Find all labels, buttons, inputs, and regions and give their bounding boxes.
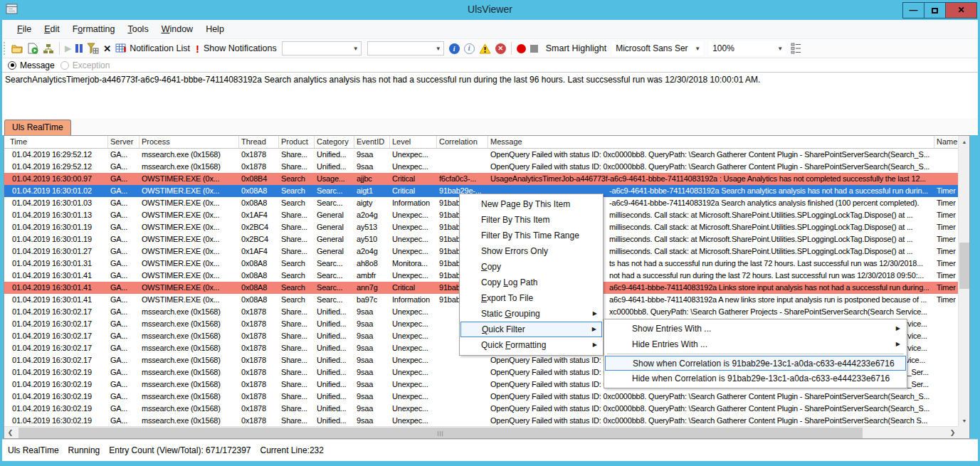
message-radio[interactable]: Message [8,60,55,70]
info-outline-button[interactable]: i [464,43,475,54]
submenu-item-show-when-correlation-is-91bab29e-13c1-a[interactable]: Show when Correlation is 91bab29e-13c1-a… [605,356,906,371]
cell-level: Unexpec... [390,354,437,366]
filter-combo-2[interactable]: ▼ [367,41,444,55]
minimize-button[interactable]: — [902,2,924,18]
context-menu-item-quick-filter[interactable]: Quick Filter▶ [460,322,602,337]
column-header-thread[interactable]: Thread [239,136,279,148]
cell-category: General [315,245,354,258]
cell-product: Share... [279,391,315,403]
cell-level: Unexpec... [390,318,437,330]
submenu-item-hide-entries-with[interactable]: Hide Entries With ...▶ [605,337,906,352]
submenu-item-hide-when-correlation-is-91bab29e-13c1-a[interactable]: Hide when Correlation is 91bab29e-13c1-a… [605,371,906,386]
column-header-process[interactable]: Process [139,136,239,148]
menu-tools[interactable]: Tools [121,21,154,37]
menu-edit[interactable]: Edit [38,21,66,37]
context-menu-item-export-to-file[interactable]: Export To File [460,290,602,306]
cell-product: Share... [279,221,315,233]
context-menu-item-quick-formatting[interactable]: Quick Formatting▶ [460,337,602,353]
column-header-time[interactable]: Time [4,136,108,148]
column-header-category[interactable]: Category [315,136,354,148]
cell-level: Unexpec... [390,330,437,342]
cell-product: Share... [279,161,315,173]
message-preview-box[interactable]: SearchAnalyticsTimerjob-a446773f-a6c9-46… [2,72,978,118]
cell-eventid: 9saa [354,318,390,330]
menu-formatting[interactable]: Formatting [66,21,122,37]
cell-thread: 0x1878 [239,149,279,161]
context-menu-item-static-grouping[interactable]: Static Grouping▶ [460,306,602,322]
menu-window[interactable]: Window [155,21,199,37]
column-header-product[interactable]: Product [279,136,315,148]
cell-server: GA... [108,366,139,378]
cell-server: GA... [108,330,139,342]
vertical-scroll-thumb[interactable] [959,243,969,289]
column-header-name[interactable]: Name [934,136,959,148]
scroll-up-icon[interactable]: ▲ [959,136,970,148]
cell-eventid: 9saa [354,366,390,378]
warning-button[interactable] [479,43,491,54]
table-row[interactable]: 01.04.2019 16:30:02.19GA...mssearch.exe … [4,391,959,403]
cell-eventid: 9saa [354,378,390,391]
scroll-right-icon[interactable]: ❯ [947,427,959,439]
column-header-corr[interactable]: Correlation [437,136,488,148]
resume-button[interactable]: ▶ [65,43,71,53]
zoom-combo[interactable]: 100%▼ [709,41,786,55]
cell-level: Unexpec... [390,149,437,161]
table-row[interactable]: 01.04.2019 16:30:00.97GA...OWSTIMER.EXE … [4,173,959,185]
scroll-down-icon[interactable]: ▼ [959,415,970,427]
filter-combo-1[interactable]: ▼ [282,41,362,55]
cell-msg: OpenQuery Failed with status ID: 0xc0000… [488,391,934,403]
context-menu-item-copy-log-path[interactable]: Copy Log Path [460,275,602,290]
cell-category: Unified... [315,342,354,354]
cell-name: Timer ... [934,197,959,209]
table-row[interactable]: 01.04.2019 16:29:52.12GA...mssearch.exe … [4,161,959,173]
tab-uls-realtime[interactable]: Uls RealTime [4,120,71,135]
open-realtime-button[interactable] [28,43,38,54]
context-menu-item-filter-by-this-time-range[interactable]: Filter By This Time Range [460,228,602,243]
smart-highlight-label[interactable]: Smart Highlight [546,43,606,53]
cell-category: Unified... [315,354,354,366]
stop-button[interactable] [530,45,538,53]
format-list-button[interactable] [791,43,802,54]
submenu-item-show-entries-with[interactable]: Show Entries With ...▶ [605,321,906,337]
exception-radio[interactable]: Exception [60,60,110,70]
info-filled-button[interactable]: i [449,43,460,54]
font-combo[interactable]: Microsoft Sans Ser▼ [612,41,703,55]
table-row[interactable]: 01.04.2019 16:30:02.19GA...mssearch.exe … [4,415,959,427]
cell-time: 01.04.2019 16:30:01.31 [4,258,108,270]
close-button[interactable]: ✕ [945,2,977,18]
farm-view-button[interactable] [43,43,54,54]
record-button[interactable] [517,44,526,53]
notification-list-button[interactable]: Notification List [115,43,190,53]
info-outline-icon: i [464,43,475,54]
scroll-left-icon[interactable]: ❮ [4,427,16,439]
show-notifications-button[interactable]: ! Show Notifications [194,43,277,55]
open-file-button[interactable] [11,43,23,53]
context-menu-item-new-page-by-this-item[interactable]: New Page By This Item [460,196,602,212]
cell-category: General [315,221,354,233]
column-header-level[interactable]: Level [390,136,437,148]
menu-help[interactable]: Help [199,21,231,37]
cell-name: Timer ... [934,282,959,294]
cell-server: GA... [108,282,139,294]
cell-process: OWSTIMER.EXE (0x... [139,221,239,233]
context-menu-item-copy[interactable]: Copy [460,259,602,275]
context-menu-item-show-errors-only[interactable]: Show Errors Only [460,243,602,259]
cell-process: OWSTIMER.EXE (0x... [139,270,239,282]
table-row[interactable]: 01.04.2019 16:30:02.19GA...mssearch.exe … [4,403,959,415]
error-button[interactable]: ✕ [495,43,506,54]
cell-time: 01.04.2019 16:30:01.41 [4,294,108,306]
filter-button[interactable] [87,43,99,54]
column-header-server[interactable]: Server [108,136,139,148]
horizontal-scroll-thumb[interactable]: ||| [19,428,863,438]
cell-thread: 0x1878 [239,378,279,391]
maximize-button[interactable] [924,2,946,18]
table-row[interactable]: 01.04.2019 16:29:52.12GA...mssearch.exe … [4,149,959,161]
pause-button[interactable] [75,44,83,53]
context-menu-item-filter-by-this-item[interactable]: Filter By This Item [460,212,602,228]
horizontal-scrollbar[interactable]: ❮ ||| ❯ [4,426,959,438]
clear-filter-button[interactable]: ✕ [103,43,111,54]
column-header-msg[interactable]: Message [488,136,934,148]
menu-file[interactable]: File [11,21,38,37]
vertical-scrollbar[interactable]: ▲ ▼ [958,136,969,427]
column-header-eventid[interactable]: EventID [354,136,390,148]
